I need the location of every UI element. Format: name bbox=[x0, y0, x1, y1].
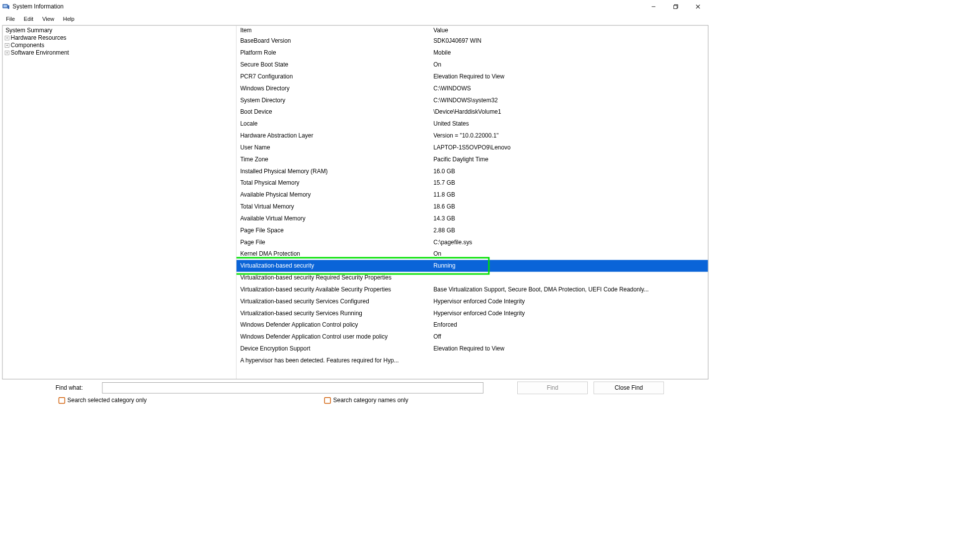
cell-item: Total Virtual Memory bbox=[240, 202, 433, 211]
tree-node-hardware-resources[interactable]: + Hardware Resources bbox=[4, 34, 235, 42]
menu-help[interactable]: Help bbox=[59, 15, 78, 23]
maximize-button[interactable] bbox=[665, 0, 687, 13]
cell-value: \Device\HarddiskVolume1 bbox=[433, 107, 708, 117]
table-row[interactable]: Time ZonePacific Daylight Time bbox=[237, 153, 708, 165]
table-row[interactable]: Available Physical Memory11.8 GB bbox=[237, 189, 708, 201]
window-title: System Information bbox=[12, 3, 642, 10]
close-find-button[interactable]: Close Find bbox=[594, 382, 664, 394]
cell-value: C:\WINDOWS bbox=[433, 83, 708, 93]
tree-node-software-environment[interactable]: + Software Environment bbox=[4, 49, 235, 57]
cell-value: Version = "10.0.22000.1" bbox=[433, 131, 708, 140]
list-body[interactable]: BaseBoard VersionSDK0J40697 WINPlatform … bbox=[237, 35, 708, 379]
menu-file[interactable]: File bbox=[2, 15, 18, 23]
table-row[interactable]: Total Physical Memory15.7 GB bbox=[237, 177, 708, 189]
svg-rect-1 bbox=[3, 5, 7, 7]
tree-node-label: Software Environment bbox=[11, 50, 69, 56]
cell-item: Boot Device bbox=[240, 107, 433, 117]
table-row[interactable]: A hypervisor has been detected. Features… bbox=[237, 354, 708, 366]
details-list: Item Value BaseBoard VersionSDK0J40697 W… bbox=[237, 25, 708, 379]
column-header-value[interactable]: Value bbox=[433, 27, 701, 33]
table-row[interactable]: Available Virtual Memory14.3 GB bbox=[237, 212, 708, 224]
tree-node-components[interactable]: + Components bbox=[4, 42, 235, 49]
cell-value: On bbox=[433, 60, 708, 70]
expand-icon[interactable]: + bbox=[5, 36, 9, 40]
cell-item: Locale bbox=[240, 119, 433, 129]
table-row[interactable]: Virtualization-based securityRunning bbox=[237, 260, 708, 272]
table-row[interactable]: PCR7 ConfigurationElevation Required to … bbox=[237, 70, 708, 82]
cell-item: Installed Physical Memory (RAM) bbox=[240, 166, 433, 176]
search-selected-category-checkbox[interactable]: Search selected category only bbox=[59, 397, 147, 404]
cell-item: A hypervisor has been detected. Features… bbox=[240, 355, 433, 365]
table-row[interactable]: Virtualization-based security Services R… bbox=[237, 307, 708, 319]
table-row[interactable]: Virtualization-based security Services C… bbox=[237, 295, 708, 307]
category-tree[interactable]: System Summary + Hardware Resources + Co… bbox=[2, 25, 237, 379]
cell-value: Hypervisor enforced Code Integrity bbox=[433, 296, 708, 306]
cell-value: Off bbox=[433, 332, 708, 342]
tree-node-label: Components bbox=[11, 42, 45, 49]
system-information-window: System Information File Edit View Help S… bbox=[0, 0, 711, 417]
cell-item: Page File bbox=[240, 237, 433, 247]
find-bar: Find what: Find Close Find Search select… bbox=[0, 380, 711, 417]
menu-view[interactable]: View bbox=[38, 15, 58, 23]
titlebar: System Information bbox=[0, 0, 711, 13]
table-row[interactable]: Page File Space2.88 GB bbox=[237, 224, 708, 236]
find-button[interactable]: Find bbox=[517, 382, 588, 394]
cell-value: C:\WINDOWS\system32 bbox=[433, 95, 708, 105]
table-row[interactable]: Platform RoleMobile bbox=[237, 47, 708, 59]
column-header-item[interactable]: Item bbox=[240, 27, 433, 33]
menu-edit[interactable]: Edit bbox=[20, 15, 37, 23]
expand-icon[interactable]: + bbox=[5, 43, 9, 48]
checkbox-icon bbox=[324, 397, 331, 404]
table-row[interactable]: Windows DirectoryC:\WINDOWS bbox=[237, 82, 708, 94]
svg-rect-5 bbox=[674, 5, 677, 9]
cell-item: Virtualization-based security bbox=[240, 261, 433, 271]
cell-item: User Name bbox=[240, 142, 433, 152]
table-row[interactable]: Secure Boot StateOn bbox=[237, 59, 708, 70]
table-row[interactable]: Total Virtual Memory18.6 GB bbox=[237, 201, 708, 212]
cell-item: Hardware Abstraction Layer bbox=[240, 131, 433, 140]
table-row[interactable]: User NameLAPTOP-1S5OVPO9\Lenovo bbox=[237, 141, 708, 153]
table-row[interactable]: BaseBoard VersionSDK0J40697 WIN bbox=[237, 35, 708, 47]
cell-item: PCR7 Configuration bbox=[240, 71, 433, 81]
table-row[interactable]: Windows Defender Application Control pol… bbox=[237, 319, 708, 331]
list-header: Item Value bbox=[237, 25, 708, 35]
cell-value: On bbox=[433, 249, 708, 259]
cell-item: Virtualization-based security Services R… bbox=[240, 308, 433, 318]
table-row[interactable]: Kernel DMA ProtectionOn bbox=[237, 248, 708, 260]
minimize-button[interactable] bbox=[642, 0, 665, 13]
table-row[interactable]: Virtualization-based security Required S… bbox=[237, 272, 708, 283]
cell-value: United States bbox=[433, 119, 708, 129]
menubar: File Edit View Help bbox=[0, 13, 711, 24]
table-row[interactable]: Virtualization-based security Available … bbox=[237, 283, 708, 295]
table-row[interactable]: Hardware Abstraction LayerVersion = "10.… bbox=[237, 130, 708, 141]
table-row[interactable]: Boot Device\Device\HarddiskVolume1 bbox=[237, 106, 708, 118]
cell-value: LAPTOP-1S5OVPO9\Lenovo bbox=[433, 142, 708, 152]
table-row[interactable]: Page FileC:\pagefile.sys bbox=[237, 236, 708, 248]
cell-item: Virtualization-based security Required S… bbox=[240, 273, 433, 282]
cell-value: Elevation Required to View bbox=[433, 71, 708, 81]
checkbox-icon bbox=[59, 397, 65, 404]
tree-root-system-summary[interactable]: System Summary bbox=[4, 26, 235, 34]
table-row[interactable]: Windows Defender Application Control use… bbox=[237, 331, 708, 343]
cell-item: Windows Defender Application Control use… bbox=[240, 332, 433, 342]
cell-value: 2.88 GB bbox=[433, 225, 708, 235]
close-button[interactable] bbox=[687, 0, 709, 13]
expand-icon[interactable]: + bbox=[5, 51, 9, 55]
svg-rect-2 bbox=[8, 5, 9, 8]
cell-value: 15.7 GB bbox=[433, 178, 708, 188]
table-row[interactable]: Installed Physical Memory (RAM)16.0 GB bbox=[237, 165, 708, 177]
cell-item: BaseBoard Version bbox=[240, 36, 433, 46]
find-input[interactable] bbox=[102, 382, 483, 393]
content-area: System Summary + Hardware Resources + Co… bbox=[2, 25, 708, 380]
cell-value: Base Virtualization Support, Secure Boot… bbox=[433, 284, 708, 294]
table-row[interactable]: LocaleUnited States bbox=[237, 118, 708, 130]
table-row[interactable]: System DirectoryC:\WINDOWS\system32 bbox=[237, 94, 708, 106]
cell-item: Available Physical Memory bbox=[240, 190, 433, 200]
cell-item: Page File Space bbox=[240, 225, 433, 235]
cell-item: Virtualization-based security Available … bbox=[240, 284, 433, 294]
checkbox-label: Search selected category only bbox=[68, 397, 147, 404]
search-category-names-checkbox[interactable]: Search category names only bbox=[324, 397, 408, 404]
cell-item: Windows Defender Application Control pol… bbox=[240, 320, 433, 330]
table-row[interactable]: Device Encryption SupportElevation Requi… bbox=[237, 343, 708, 354]
cell-value: Hypervisor enforced Code Integrity bbox=[433, 308, 708, 318]
